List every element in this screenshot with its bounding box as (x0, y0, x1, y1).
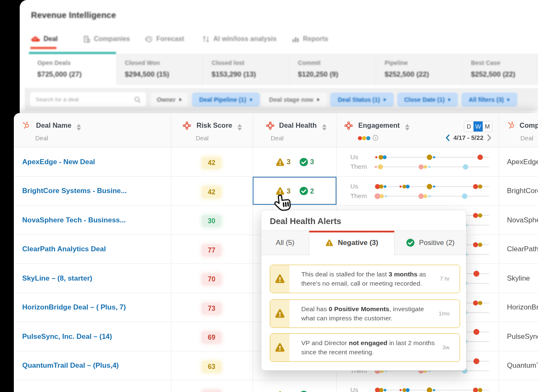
svg-text:?: ? (375, 136, 377, 140)
